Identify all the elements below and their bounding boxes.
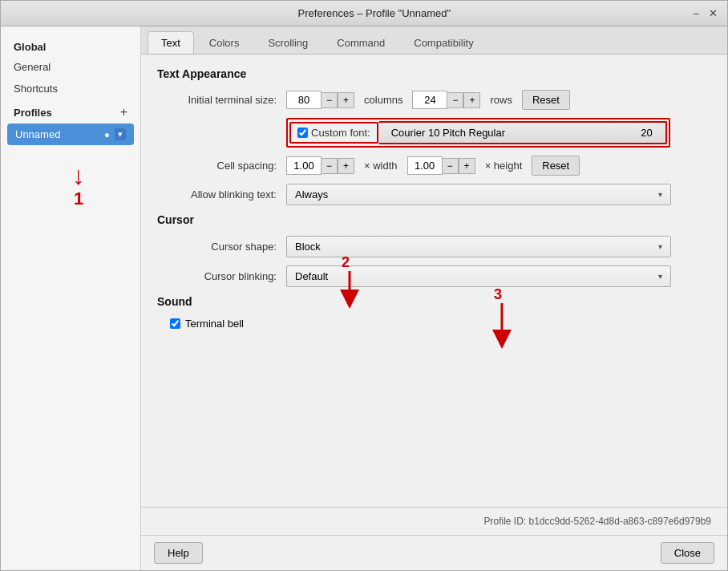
global-section-label: Global [1,34,140,56]
right-panel: Text Colors Scrolling Command Compatibil… [141,26,727,570]
close-button[interactable]: Close [661,542,714,564]
cursor-blinking-value: Default [295,270,328,282]
sidebar-item-shortcuts[interactable]: Shortcuts [1,78,140,99]
rows-value: 24 [412,91,447,109]
tabs-bar: Text Colors Scrolling Command Compatibil… [141,26,727,55]
columns-value: 80 [286,91,322,109]
custom-font-group: Custom font: Courier 10 Pitch Regular 20 [286,118,670,148]
arrow1-symbol: ↓ [72,163,85,188]
cursor-title: Cursor [157,213,711,226]
sidebar: Global General Shortcuts Profiles + Unna… [1,26,141,570]
main-content: Global General Shortcuts Profiles + Unna… [1,26,727,570]
terminal-bell-text: Terminal bell [185,318,244,330]
columns-minus-button[interactable]: − [322,92,338,108]
columns-unit: columns [364,94,402,106]
titlebar-controls: – ✕ [692,7,719,19]
blinking-text-dropdown[interactable]: Always ▾ [286,184,671,205]
cursor-blinking-label: Cursor blinking: [157,270,281,282]
height-unit: × height [485,160,523,172]
cell-spacing-reset-button[interactable]: Reset [532,156,580,176]
arrow1-number: 1 [74,188,83,209]
blinking-text-label: Allow blinking text: [157,188,281,200]
bottom-bar: Help Close [141,535,727,570]
profiles-header: Profiles + [1,99,140,122]
font-size-display: 20 [641,127,652,139]
main-window: Preferences – Profile "Unnamed" – ✕ Glob… [0,0,728,571]
tab-compatibility[interactable]: Compatibility [400,31,487,54]
cursor-shape-arrow: ▾ [658,242,662,251]
rows-spinbox: 24 − + [412,91,480,109]
profile-item-unnamed[interactable]: Unnamed ● ▾ [7,124,134,145]
cursor-shape-dropdown[interactable]: Block ▾ [286,236,671,257]
close-window-button[interactable]: ✕ [707,7,719,19]
cursor-shape-row: Cursor shape: Block ▾ [157,236,711,257]
custom-font-checkbox[interactable] [297,128,308,138]
cursor-blinking-arrow: ▾ [658,272,662,281]
width-spinbox: 1.00 − + [286,156,354,175]
custom-font-row: Custom font: Courier 10 Pitch Regular 20 [157,118,711,148]
custom-font-text: Custom font: [311,127,370,139]
font-name: Courier 10 Pitch Regular [391,127,505,139]
cursor-shape-label: Cursor shape: [157,241,281,253]
tab-text[interactable]: Text [148,31,194,54]
profile-dropdown-button[interactable]: ▾ [115,128,126,140]
rows-minus-button[interactable]: − [447,92,463,108]
cell-height-value: 1.00 [407,156,443,175]
tab-command[interactable]: Command [323,31,398,54]
cell-width-plus-button[interactable]: + [338,158,354,174]
profiles-label: Profiles [14,107,52,119]
text-appearance-title: Text Appearance [157,67,711,80]
columns-plus-button[interactable]: + [338,92,354,108]
custom-font-checkbox-label[interactable]: Custom font: [289,122,378,144]
cursor-blinking-dropdown[interactable]: Default ▾ [286,265,671,287]
cell-spacing-row: Cell spacing: 1.00 − + × width 1.00 − + … [157,156,711,176]
cursor-blinking-row: Cursor blinking: Default ▾ [157,265,711,287]
profile-id-text: Profile ID: b1dcc9dd-5262-4d8d-a863-c897… [483,516,711,527]
sidebar-item-general[interactable]: General [1,56,140,78]
width-unit: × width [364,160,398,172]
terminal-bell-label[interactable]: Terminal bell [170,318,244,330]
window-title: Preferences – Profile "Unnamed" [57,7,692,19]
terminal-bell-checkbox[interactable] [170,318,180,329]
blinking-text-value: Always [295,188,328,200]
cell-width-minus-button[interactable]: − [322,158,338,174]
help-button[interactable]: Help [154,542,203,564]
arrow1-annotation: ↓ 1 [1,163,140,209]
cell-spacing-label: Cell spacing: [157,160,281,172]
cell-height-minus-button[interactable]: − [443,158,459,174]
height-spinbox: 1.00 − + [407,156,475,175]
rows-unit: rows [490,94,512,106]
tab-content: Text Appearance Initial terminal size: 8… [141,55,727,507]
tab-scrolling[interactable]: Scrolling [254,31,322,54]
minimize-button[interactable]: – [692,7,701,19]
blinking-text-row: Allow blinking text: Always ▾ [157,184,711,205]
sound-title: Sound [157,295,711,308]
cursor-shape-value: Block [295,241,321,253]
profile-name: Unnamed [15,128,99,140]
terminal-size-row: Initial terminal size: 80 − + columns 24… [157,90,711,110]
add-profile-button[interactable]: + [120,106,127,119]
blinking-dropdown-arrow: ▾ [658,190,662,199]
tab-colors[interactable]: Colors [196,31,253,54]
cell-height-plus-button[interactable]: + [459,158,475,174]
profile-id-footer: Profile ID: b1dcc9dd-5262-4d8d-a863-c897… [141,507,727,535]
columns-spinbox: 80 − + [286,91,354,109]
terminal-size-reset-button[interactable]: Reset [522,90,570,110]
rows-plus-button[interactable]: + [463,92,480,108]
terminal-size-label: Initial terminal size: [157,94,281,106]
titlebar: Preferences – Profile "Unnamed" – ✕ [1,1,727,26]
terminal-bell-row: Terminal bell [170,318,711,330]
cell-width-value: 1.00 [286,156,322,175]
profile-icon: ● [104,129,110,140]
font-select-button[interactable]: Courier 10 Pitch Regular 20 [378,121,667,144]
